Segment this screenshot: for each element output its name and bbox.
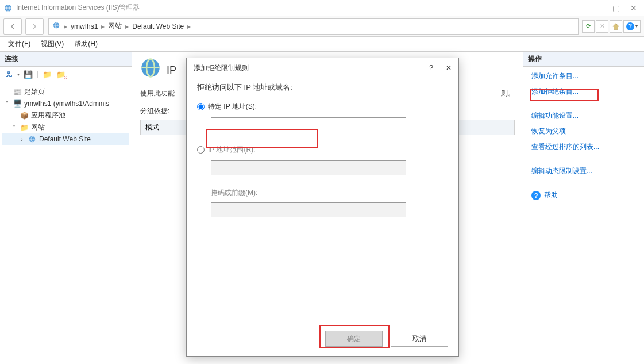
radio-ip-range-label: IP 地址范围(R): xyxy=(208,145,255,155)
ok-button[interactable]: 确定 xyxy=(325,331,383,347)
radio-specific-ip[interactable]: 特定 IP 地址(S): xyxy=(197,102,448,112)
mask-label: 掩码或前缀(M): xyxy=(211,188,448,198)
dialog-help-button[interactable]: ? xyxy=(429,64,433,72)
save-icon[interactable]: 💾 xyxy=(23,69,33,79)
specific-ip-input[interactable] xyxy=(211,117,406,132)
actions-panel: 操作 添加允许条目... 添加拒绝条目... 编辑功能设置... 恢复为父项 查… xyxy=(523,52,644,364)
menu-view[interactable]: 视图(V) xyxy=(41,39,64,49)
tree-label: Default Web Site xyxy=(39,135,91,143)
folder-up-icon[interactable]: 📁 xyxy=(42,69,52,79)
mask-input xyxy=(211,202,406,217)
radio-specific-ip-input[interactable] xyxy=(197,103,205,110)
ip-range-input xyxy=(211,160,406,175)
breadcrumb-site[interactable]: Default Web Site xyxy=(132,22,184,30)
radio-specific-ip-label: 特定 IP 地址(S): xyxy=(208,102,257,112)
tree-server[interactable]: ˅ 🖥️ ymwfhs1 (ymwfhs1\Adminis xyxy=(2,98,129,109)
menu-help[interactable]: 帮助(H) xyxy=(74,39,98,49)
cancel-button[interactable]: 取消 xyxy=(391,331,448,347)
breadcrumb-sep-icon: ▸ xyxy=(64,22,67,30)
tree-label: ymwfhs1 (ymwfhs1\Adminis xyxy=(24,99,109,108)
globe-icon xyxy=(52,21,60,31)
maximize-button[interactable]: ▢ xyxy=(612,4,620,12)
stop-button[interactable]: ✕ xyxy=(596,20,608,33)
help-dropdown-button[interactable]: ? ▾ xyxy=(623,20,641,33)
action-add-allow[interactable]: 添加允许条目... xyxy=(531,71,636,81)
connections-header: 连接 xyxy=(0,52,132,67)
action-edit-dynamic[interactable]: 编辑动态限制设置... xyxy=(531,166,636,176)
breadcrumb-sep-icon: ▸ xyxy=(187,22,191,30)
close-button[interactable]: ✕ xyxy=(630,4,637,12)
breadcrumb-sep-icon: ▸ xyxy=(101,22,105,30)
back-button[interactable] xyxy=(3,18,22,35)
navbar: ▸ ymwfhs1 ▸ 网站 ▸ Default Web Site ▸ ⟳ ✕ … xyxy=(0,16,644,37)
window-titlebar: Internet Information Services (IIS)管理器 —… xyxy=(0,0,644,16)
breadcrumb-sep-icon: ▸ xyxy=(125,22,129,30)
action-edit-feature[interactable]: 编辑功能设置... xyxy=(531,111,636,121)
tree-label: 应用程序池 xyxy=(31,110,65,120)
feature-globe-icon xyxy=(140,58,161,83)
dialog-header-text: 拒绝访问以下 IP 地址或域名: xyxy=(197,82,448,93)
site-globe-icon xyxy=(28,135,37,144)
tree-default-web-site[interactable]: › Default Web Site xyxy=(2,133,129,145)
breadcrumb-server[interactable]: ymwfhs1 xyxy=(71,22,98,30)
server-icon: 🖥️ xyxy=(13,99,22,108)
help-icon: ? xyxy=(531,191,541,200)
menu-file[interactable]: 文件(F) xyxy=(8,39,30,49)
connections-tree: 📰 起始页 ˅ 🖥️ ymwfhs1 (ymwfhs1\Adminis 📦 应用… xyxy=(0,82,132,148)
app-pools-icon: 📦 xyxy=(20,111,29,120)
divider xyxy=(523,183,644,183)
refresh-button[interactable]: ⟳ xyxy=(582,20,595,33)
action-add-deny[interactable]: 添加拒绝条目... xyxy=(531,87,636,97)
action-help[interactable]: ? 帮助 xyxy=(531,190,636,200)
dialog-titlebar[interactable]: 添加拒绝限制规则 ? ✕ xyxy=(187,58,458,78)
radio-ip-range-input[interactable] xyxy=(197,146,205,154)
folder-stop-icon[interactable]: 📁⦸ xyxy=(56,69,66,79)
app-icon xyxy=(3,3,13,13)
dialog-title: 添加拒绝限制规则 xyxy=(194,63,249,73)
sites-folder-icon: 📁 xyxy=(20,123,29,132)
divider xyxy=(523,104,644,104)
breadcrumb-sites[interactable]: 网站 xyxy=(108,21,122,31)
action-help-label: 帮助 xyxy=(544,190,558,200)
connections-panel: 连接 🖧 ▾ 💾 | 📁 📁⦸ 📰 起始页 ˅ 🖥️ ymwfhs1 (ymwf… xyxy=(0,52,132,364)
tree-start-page[interactable]: 📰 起始页 xyxy=(2,86,129,98)
add-deny-rule-dialog: 添加拒绝限制规则 ? ✕ 拒绝访问以下 IP 地址或域名: 特定 IP 地址(S… xyxy=(186,58,459,357)
feature-title: IP xyxy=(167,64,176,76)
actions-header: 操作 xyxy=(523,52,644,67)
collapse-icon[interactable]: ˅ xyxy=(3,101,10,107)
expand-icon[interactable]: › xyxy=(18,136,25,143)
connect-icon[interactable]: 🖧 xyxy=(3,69,14,79)
tree-sites[interactable]: ˅ 📁 网站 xyxy=(2,121,129,133)
connections-toolbar: 🖧 ▾ 💾 | 📁 📁⦸ xyxy=(0,67,132,82)
tree-label: 起始页 xyxy=(24,87,45,97)
address-bar[interactable]: ▸ ymwfhs1 ▸ 网站 ▸ Default Web Site ▸ xyxy=(48,18,579,35)
action-revert[interactable]: 恢复为父项 xyxy=(531,127,636,136)
tree-app-pools[interactable]: 📦 应用程序池 xyxy=(2,109,129,121)
start-page-icon: 📰 xyxy=(13,87,22,97)
window-title: Internet Information Services (IIS)管理器 xyxy=(16,3,140,13)
menubar: 文件(F) 视图(V) 帮助(H) xyxy=(0,37,644,52)
home-button[interactable] xyxy=(610,20,622,33)
tree-label: 网站 xyxy=(31,122,45,132)
radio-ip-range[interactable]: IP 地址范围(R): xyxy=(197,145,448,155)
minimize-button[interactable]: — xyxy=(594,4,602,12)
action-view-ordered[interactable]: 查看经过排序的列表... xyxy=(531,142,636,152)
forward-button[interactable] xyxy=(25,18,44,35)
dialog-close-button[interactable]: ✕ xyxy=(446,64,452,72)
collapse-icon[interactable]: ˅ xyxy=(10,124,17,131)
divider xyxy=(523,159,644,159)
